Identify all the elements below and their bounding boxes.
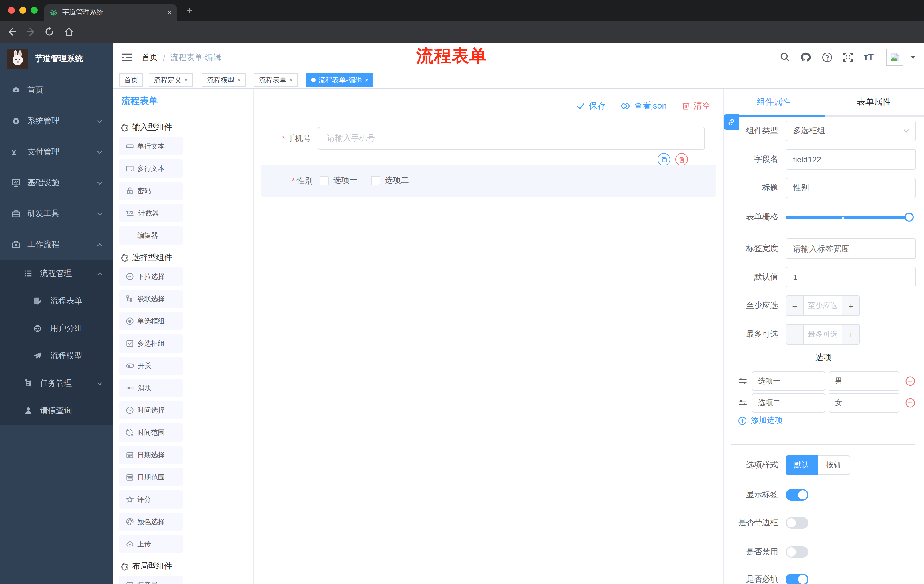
font-size-icon[interactable]: ᴛT <box>864 52 874 62</box>
slider-handle[interactable] <box>904 212 914 222</box>
palette-item-upload[interactable]: 上传 <box>119 535 183 553</box>
tag-close-icon[interactable]: × <box>365 77 368 84</box>
palette-item-row-container[interactable]: 行容器 <box>119 576 183 584</box>
phone-field-row[interactable]: 手机号 请输入手机号 <box>254 127 723 150</box>
fullscreen-icon[interactable] <box>843 52 853 62</box>
palette-item-counter[interactable]: 123 计数器 <box>119 204 183 222</box>
tag-close-icon[interactable]: × <box>289 77 293 84</box>
view-json-button[interactable]: 查看json <box>621 100 667 111</box>
sidebar-logo[interactable]: 芋道管理系统 <box>0 43 113 75</box>
sidebar-item-process-form[interactable]: 流程表单 <box>0 288 113 315</box>
gender-option-1[interactable]: 选项一 <box>320 175 357 186</box>
max-select-stepper[interactable]: − 最多可选 + <box>785 324 860 345</box>
gender-field-block-selected[interactable]: 性别 选项一 选项二 <box>261 165 716 197</box>
hamburger-icon[interactable] <box>121 52 132 63</box>
sidebar-item-workflow[interactable]: 工作流程 <box>0 229 113 260</box>
reload-icon[interactable] <box>45 27 54 36</box>
sidebar-item-home[interactable]: 首页 <box>0 75 113 106</box>
increase-button[interactable]: + <box>842 324 860 344</box>
border-switch[interactable] <box>785 517 808 528</box>
palette-item-single-text[interactable]: 单行文本 <box>119 137 183 155</box>
min-select-value[interactable]: 至少应选 <box>804 296 842 316</box>
new-tab-button[interactable]: + <box>186 6 192 15</box>
palette-item-multi-text[interactable]: 多行文本 <box>119 160 183 178</box>
drag-handle-icon[interactable] <box>738 377 747 386</box>
component-type-select[interactable]: 多选框组 <box>785 120 916 141</box>
forward-icon[interactable] <box>26 27 36 36</box>
option-value-input[interactable] <box>828 372 899 391</box>
palette-item-date-picker[interactable]: 日期选择 <box>119 446 183 464</box>
tag-process-form[interactable]: 流程表单 × <box>254 73 298 87</box>
palette-item-cascader[interactable]: 级联选择 <box>119 290 183 308</box>
copy-component-button[interactable] <box>658 153 670 166</box>
clear-button[interactable]: 清空 <box>681 100 711 111</box>
gender-option-2[interactable]: 选项二 <box>371 175 409 186</box>
tab-component-props[interactable]: 组件属性 <box>724 89 824 115</box>
option-label-input[interactable] <box>752 393 825 413</box>
palette-item-time-picker[interactable]: 时间选择 <box>119 401 183 419</box>
label-width-input[interactable] <box>785 238 916 259</box>
option-label-input[interactable] <box>752 372 825 391</box>
palette-item-select[interactable]: 下拉选择 <box>119 267 183 286</box>
github-icon[interactable] <box>801 52 812 63</box>
macos-zoom-button[interactable] <box>31 7 38 14</box>
help-icon[interactable] <box>822 52 833 63</box>
show-label-switch[interactable] <box>785 489 808 500</box>
decrease-button[interactable]: − <box>786 324 804 344</box>
max-select-value[interactable]: 最多可选 <box>804 324 842 344</box>
style-button-button[interactable]: 按钮 <box>818 456 850 475</box>
add-option-button[interactable]: 添加选项 <box>738 415 783 426</box>
slider-track[interactable] <box>785 216 912 219</box>
palette-item-date-range[interactable]: 日期范围 <box>119 468 183 486</box>
avatar[interactable] <box>886 49 903 66</box>
sidebar-item-process-model[interactable]: 流程模型 <box>0 342 113 370</box>
back-icon[interactable] <box>7 27 16 36</box>
palette-item-rate[interactable]: 评分 <box>119 490 183 508</box>
sidebar-item-devtools[interactable]: 研发工具 <box>0 198 113 229</box>
tag-process-form-edit[interactable]: 流程表单-编辑 × <box>306 73 374 87</box>
decrease-button[interactable]: − <box>786 296 804 316</box>
sidebar-item-infrastructure[interactable]: 基础设施 <box>0 168 113 198</box>
palette-item-slider[interactable]: 滑块 <box>119 379 183 397</box>
sidebar-item-system[interactable]: 系统管理 <box>0 106 113 137</box>
sidebar-item-leave-query[interactable]: 请假查询 <box>0 397 113 424</box>
breadcrumb-home[interactable]: 首页 <box>142 53 158 63</box>
tag-close-icon[interactable]: × <box>184 77 188 84</box>
tag-home[interactable]: 首页 <box>119 73 143 87</box>
save-button[interactable]: 保存 <box>577 100 606 111</box>
macos-minimize-button[interactable] <box>20 7 26 14</box>
palette-item-password[interactable]: 密码 <box>119 182 183 200</box>
disabled-switch[interactable] <box>785 546 808 558</box>
field-name-input[interactable] <box>785 149 916 170</box>
macos-close-button[interactable] <box>8 7 15 14</box>
sidebar-item-user-group[interactable]: 用户分组 <box>0 315 113 342</box>
palette-item-radio-group[interactable]: 单选框组 <box>119 312 183 330</box>
increase-button[interactable]: + <box>842 296 860 316</box>
required-switch[interactable] <box>785 574 808 584</box>
sidebar-item-task-mgmt[interactable]: 任务管理 <box>0 370 113 397</box>
palette-item-switch[interactable]: 开关 <box>119 357 183 375</box>
min-select-stepper[interactable]: − 至少应选 + <box>785 295 860 316</box>
palette-item-editor[interactable]: 编辑器 <box>119 226 183 245</box>
tag-process-model[interactable]: 流程模型 × <box>202 73 246 87</box>
sidebar-item-process-mgmt[interactable]: 流程管理 <box>0 260 113 288</box>
palette-item-color-picker[interactable]: 颜色选择 <box>119 513 183 531</box>
tag-close-icon[interactable]: × <box>237 77 241 84</box>
palette-item-checkbox-group[interactable]: 多选框组 <box>119 334 183 352</box>
phone-input[interactable]: 请输入手机号 <box>318 127 705 150</box>
avatar-caret-icon[interactable] <box>910 54 916 60</box>
remove-option-icon[interactable] <box>905 376 916 386</box>
tab-close-icon[interactable]: × <box>168 8 172 16</box>
tab-form-props[interactable]: 表单属性 <box>824 89 924 115</box>
style-default-button[interactable]: 默认 <box>785 456 818 475</box>
tag-process-definition[interactable]: 流程定义 × <box>148 73 193 87</box>
drag-handle-icon[interactable] <box>738 398 747 408</box>
palette-item-time-range[interactable]: 时间范围 <box>119 423 183 442</box>
home-icon[interactable] <box>64 27 74 36</box>
search-icon[interactable] <box>780 52 790 62</box>
remove-option-icon[interactable] <box>905 398 916 408</box>
default-value-input[interactable] <box>785 267 916 288</box>
form-grid-slider[interactable] <box>785 207 912 227</box>
browser-tab[interactable]: 芋道管理系统 × <box>44 4 177 21</box>
title-input[interactable] <box>785 178 916 198</box>
